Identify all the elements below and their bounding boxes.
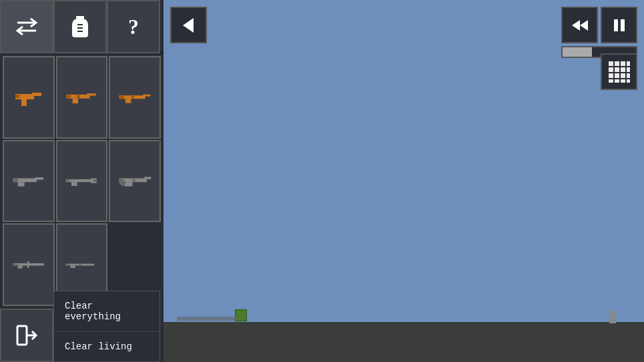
pistol-icon [12, 87, 45, 107]
svg-rect-58 [627, 73, 630, 78]
ground [164, 322, 644, 362]
rewind-icon [571, 16, 589, 35]
svg-rect-49 [621, 61, 625, 66]
svg-rect-53 [621, 67, 625, 72]
svg-rect-56 [615, 73, 619, 78]
svg-rect-9 [73, 98, 78, 103]
main-container: ? [0, 0, 644, 362]
weapon-cell-5[interactable] [56, 140, 108, 223]
svg-rect-46 [621, 19, 625, 31]
npc-character [609, 314, 616, 323]
svg-rect-22 [66, 179, 93, 182]
help-icon: ? [128, 15, 139, 39]
weapon-cell-1[interactable] [3, 56, 55, 139]
swap-button[interactable] [0, 0, 53, 53]
svg-rect-1 [77, 24, 83, 25]
weapon-grid [0, 53, 164, 309]
svg-rect-61 [621, 79, 625, 83]
rifle-icon [118, 87, 151, 107]
svg-rect-11 [67, 95, 71, 97]
svg-rect-50 [627, 61, 630, 66]
controls-panel [561, 7, 637, 58]
svg-rect-34 [17, 266, 22, 269]
svg-rect-38 [71, 266, 75, 269]
dropdown-menu: Clear everything Clear living [53, 291, 160, 362]
svg-rect-21 [13, 179, 17, 182]
svg-rect-23 [91, 179, 97, 181]
controls-row [561, 7, 637, 43]
svg-rect-29 [144, 177, 151, 180]
back-button[interactable] [170, 7, 207, 43]
svg-rect-25 [71, 183, 77, 187]
weapon-cell-3[interactable] [109, 56, 161, 139]
svg-rect-20 [35, 177, 43, 180]
svg-rect-32 [133, 179, 135, 182]
svg-marker-44 [580, 20, 588, 31]
svg-rect-0 [76, 16, 84, 19]
svg-rect-17 [131, 96, 134, 99]
svg-rect-24 [91, 181, 97, 183]
svg-rect-52 [615, 67, 619, 72]
back-icon [179, 15, 199, 35]
help-button[interactable]: ? [107, 0, 160, 53]
svg-rect-2 [77, 27, 83, 29]
sniper-icon [12, 255, 45, 275]
rewind-button[interactable] [561, 7, 598, 43]
svg-rect-60 [615, 79, 619, 83]
lmg-icon [118, 171, 151, 191]
exit-button[interactable] [0, 309, 53, 362]
smg-icon [65, 87, 98, 107]
svg-rect-62 [627, 79, 630, 83]
pause-icon [610, 16, 629, 35]
toolbar-row: ? [0, 0, 164, 53]
svg-rect-41 [17, 326, 27, 345]
svg-rect-10 [87, 93, 96, 95]
weapon-cell-2[interactable] [56, 56, 108, 139]
svg-rect-39 [66, 264, 70, 265]
svg-rect-31 [119, 179, 123, 182]
svg-rect-19 [17, 183, 24, 187]
weapon-cell-7[interactable] [3, 223, 55, 306]
shotgun-icon [65, 171, 98, 191]
progress-bar-fill [563, 47, 592, 57]
svg-rect-15 [143, 95, 150, 97]
svg-rect-3 [77, 31, 83, 32]
pause-button[interactable] [601, 7, 637, 43]
svg-rect-26 [66, 180, 70, 182]
svg-rect-14 [125, 99, 131, 103]
svg-marker-43 [572, 20, 580, 31]
svg-rect-54 [627, 67, 630, 72]
carry-button[interactable] [53, 0, 107, 53]
exit-icon [15, 323, 39, 347]
weapon-cell-6[interactable] [109, 140, 161, 223]
svg-rect-7 [15, 95, 19, 98]
svg-rect-12 [77, 95, 81, 97]
clear-everything-button[interactable]: Clear everything [54, 291, 159, 332]
minigun-icon [65, 255, 98, 275]
svg-rect-36 [13, 264, 17, 265]
game-area [164, 0, 644, 362]
svg-rect-35 [27, 261, 29, 268]
sidebar: ? [0, 0, 164, 362]
clear-living-button[interactable]: Clear living [54, 332, 159, 361]
svg-rect-55 [609, 73, 613, 78]
bottom-row: Clear everything Clear living [0, 309, 164, 362]
grid-toggle-button[interactable] [601, 53, 637, 90]
svg-rect-45 [614, 19, 618, 31]
svg-rect-59 [609, 79, 613, 83]
heavy-icon [12, 171, 45, 191]
svg-rect-40 [79, 264, 82, 265]
svg-rect-16 [119, 96, 124, 99]
svg-marker-42 [183, 18, 194, 33]
grid-icon [607, 60, 631, 84]
svg-rect-57 [621, 73, 625, 78]
svg-rect-6 [32, 93, 41, 96]
svg-rect-48 [615, 61, 619, 66]
weapon-cell-4[interactable] [3, 140, 55, 223]
svg-rect-5 [21, 99, 27, 106]
svg-rect-47 [609, 61, 613, 66]
ground-weapon [177, 317, 237, 321]
svg-rect-51 [609, 67, 613, 72]
